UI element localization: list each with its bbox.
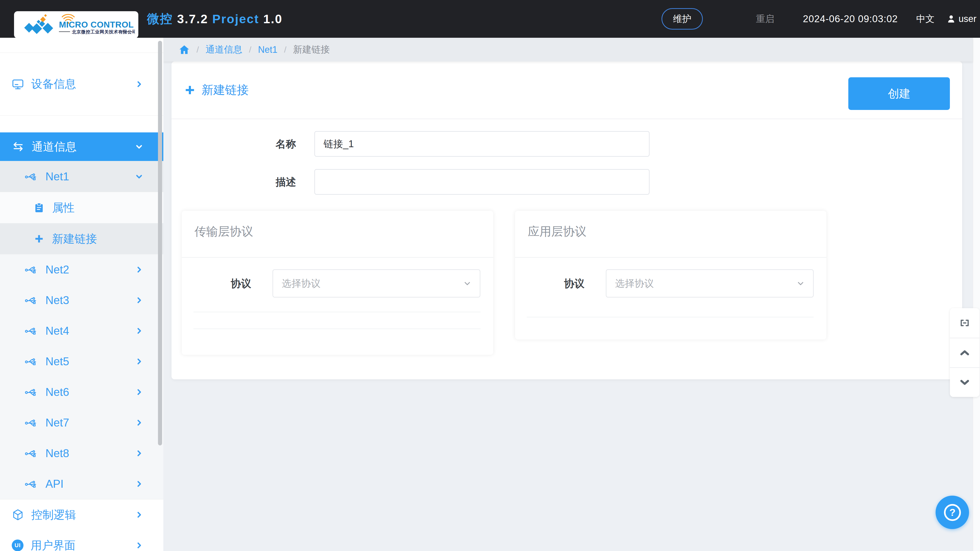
app-title: 微控 3.7.2 Project 1.0 bbox=[147, 0, 286, 38]
panel-divider bbox=[193, 312, 480, 312]
create-button[interactable]: 创建 bbox=[848, 77, 950, 110]
usb-icon bbox=[24, 293, 38, 307]
brand-name-text: MICRO CONTROL bbox=[59, 20, 134, 29]
select-placeholder: 选择协议 bbox=[282, 277, 321, 290]
logo-orange-diamonds bbox=[40, 14, 47, 22]
restart-button[interactable]: 重启 bbox=[756, 13, 774, 25]
breadcrumb-item-current: 新建链接 bbox=[293, 43, 330, 56]
page-scrollbar-track bbox=[973, 38, 980, 551]
user-menu[interactable]: user bbox=[946, 14, 977, 24]
panel-divider bbox=[182, 257, 493, 258]
panel-divider bbox=[193, 329, 480, 329]
svg-text:?: ? bbox=[949, 507, 955, 518]
usb-icon bbox=[24, 477, 38, 491]
usb-icon bbox=[24, 263, 38, 276]
sidebar-item-label: 用户界面 bbox=[30, 538, 76, 551]
sidebar-item-control-logic[interactable]: 控制逻辑 bbox=[0, 499, 163, 530]
project-label: Project bbox=[212, 12, 259, 26]
sidebar-item-user-interface[interactable]: UI 用户界面 bbox=[0, 530, 163, 551]
chevron-right-icon bbox=[135, 419, 143, 427]
app-version: 3.7.2 bbox=[177, 12, 208, 26]
card-title: 新建链接 bbox=[183, 82, 248, 98]
description-input[interactable] bbox=[314, 169, 649, 195]
sidebar-item-channel-info[interactable]: 通道信息 bbox=[0, 132, 163, 161]
chevron-right-icon bbox=[135, 388, 143, 396]
chevron-right-icon bbox=[135, 449, 143, 457]
name-label: 名称 bbox=[172, 137, 296, 151]
description-label: 描述 bbox=[172, 175, 296, 189]
sidebar-top-divider bbox=[0, 38, 163, 53]
datetime-display: 2024-06-20 09:03:02 bbox=[803, 14, 898, 24]
chevron-right-icon bbox=[135, 358, 143, 365]
transfer-icon bbox=[12, 140, 24, 153]
usb-icon bbox=[24, 324, 38, 338]
application-protocol-select[interactable]: 选择协议 bbox=[606, 269, 814, 297]
sidebar-item-label: 控制逻辑 bbox=[31, 507, 76, 522]
chevron-right-icon bbox=[135, 541, 143, 549]
sidebar-item-label: Net2 bbox=[45, 263, 69, 276]
monitor-icon bbox=[12, 78, 24, 90]
usb-icon bbox=[24, 446, 38, 460]
chevron-down-icon bbox=[135, 173, 143, 180]
breadcrumb-separator: / bbox=[249, 44, 251, 55]
home-icon[interactable] bbox=[179, 44, 190, 56]
card-title-text: 新建链接 bbox=[202, 82, 248, 98]
sidebar-item-label: Net7 bbox=[45, 416, 69, 429]
chevron-down-icon bbox=[797, 279, 804, 287]
help-button[interactable]: ? bbox=[935, 495, 969, 529]
transport-protocol-select[interactable]: 选择协议 bbox=[272, 269, 480, 297]
breadcrumb: / 通道信息 / Net1 / 新建链接 bbox=[163, 38, 973, 62]
scroll-up-icon[interactable] bbox=[950, 338, 980, 367]
sidebar-item-net2[interactable]: Net2 bbox=[0, 254, 163, 285]
sidebar-item-api[interactable]: API bbox=[0, 468, 163, 499]
sidebar-item-net4[interactable]: Net4 bbox=[0, 316, 163, 346]
sidebar-item-net1-new-link[interactable]: 新建链接 bbox=[0, 223, 163, 254]
sidebar-net-group: Net2 Net3 Net4 Net5 bbox=[0, 254, 163, 499]
select-placeholder: 选择协议 bbox=[615, 277, 654, 290]
micro-control-logo-graphic: MICRO CONTROL 北京微控工业网关技术有限公司 bbox=[18, 12, 135, 37]
usb-icon bbox=[24, 416, 38, 430]
sidebar-item-label: Net1 bbox=[45, 170, 69, 183]
sidebar-item-net3[interactable]: Net3 bbox=[0, 285, 163, 316]
form-row-description: 描述 bbox=[172, 169, 649, 195]
sidebar-item-net1-attributes[interactable]: 属性 bbox=[0, 192, 163, 223]
user-icon bbox=[946, 14, 956, 24]
sidebar-item-label: 属性 bbox=[52, 200, 75, 215]
sidebar-item-net7[interactable]: Net7 bbox=[0, 407, 163, 438]
sidebar-item-net5[interactable]: Net5 bbox=[0, 346, 163, 377]
sidebar-item-device-info[interactable]: 设备信息 bbox=[0, 53, 163, 116]
breadcrumb-item-net1[interactable]: Net1 bbox=[258, 44, 277, 55]
sidebar-scrollbar-thumb[interactable] bbox=[158, 41, 162, 445]
new-link-card: 新建链接 创建 名称 描述 传输层协议 协议 选择协议 应用层协议 协议 选择 bbox=[172, 62, 962, 380]
chevron-right-icon bbox=[135, 327, 143, 335]
application-protocol-row: 协议 选择协议 bbox=[515, 269, 826, 297]
sidebar-item-net6[interactable]: Net6 bbox=[0, 377, 163, 407]
scroll-down-icon[interactable] bbox=[950, 367, 980, 397]
sidebar-item-label: Net5 bbox=[45, 355, 69, 368]
sidebar-item-net8[interactable]: Net8 bbox=[0, 438, 163, 468]
logo-diamonds bbox=[24, 20, 53, 34]
breadcrumb-separator: / bbox=[284, 44, 286, 55]
sidebar-spacer bbox=[0, 116, 163, 132]
chevron-right-icon bbox=[135, 297, 143, 304]
breadcrumb-separator: / bbox=[197, 44, 199, 55]
transport-panel-title: 传输层协议 bbox=[182, 211, 493, 239]
project-version: 1.0 bbox=[263, 12, 283, 26]
panel-divider bbox=[515, 257, 826, 258]
maintain-button[interactable]: 维护 bbox=[662, 8, 703, 30]
name-input[interactable] bbox=[314, 131, 649, 157]
application-panel-title: 应用层协议 bbox=[515, 211, 826, 239]
plus-icon bbox=[183, 83, 197, 97]
top-header-bar: MICRO CONTROL 北京微控工业网关技术有限公司 微控 3.7.2 Pr… bbox=[0, 0, 980, 38]
sidebar-item-label: API bbox=[45, 478, 64, 490]
app-name: 微控 bbox=[147, 11, 173, 27]
header-right-tools: 维护 重启 2024-06-20 09:03:02 中文 user bbox=[662, 0, 977, 38]
sidebar-item-net1[interactable]: Net1 bbox=[0, 161, 163, 192]
sidebar-nav: 设备信息 通道信息 Net1 bbox=[0, 38, 163, 551]
chevron-down-icon bbox=[463, 279, 471, 287]
language-switch[interactable]: 中文 bbox=[916, 13, 935, 25]
breadcrumb-item-channel-info[interactable]: 通道信息 bbox=[205, 43, 242, 56]
usb-icon bbox=[24, 354, 38, 368]
collapse-icon[interactable] bbox=[950, 308, 980, 338]
brand-subtitle-text: 北京微控工业网关技术有限公司 bbox=[72, 29, 135, 35]
